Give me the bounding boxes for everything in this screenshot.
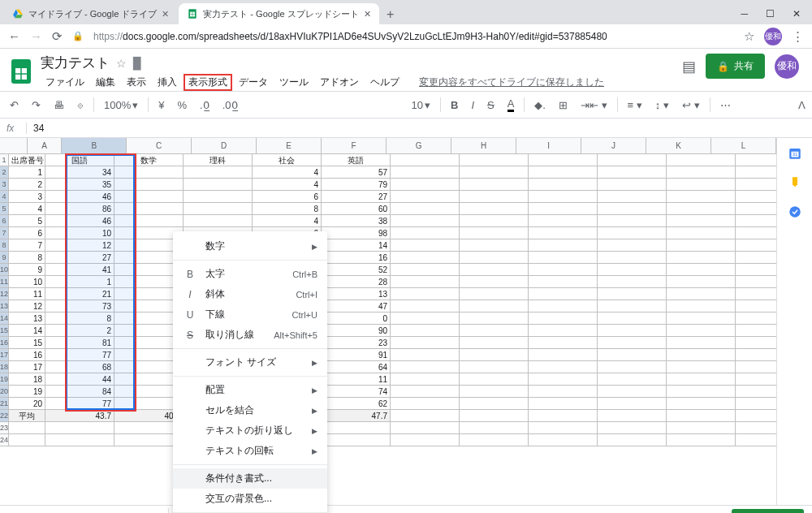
cell[interactable] [460, 373, 529, 386]
cell[interactable] [736, 252, 776, 264]
cell[interactable] [529, 386, 598, 398]
cell[interactable] [736, 154, 776, 166]
cell[interactable]: 41 [45, 264, 114, 276]
row-header[interactable]: 15 [0, 325, 9, 337]
cell[interactable] [529, 300, 598, 313]
cell[interactable] [391, 227, 460, 239]
cell[interactable]: 4 [253, 215, 322, 227]
cell[interactable] [667, 191, 736, 203]
cell[interactable] [598, 239, 667, 252]
cell[interactable]: 16 [9, 349, 45, 361]
menu-item[interactable]: 交互の背景色... [173, 489, 327, 509]
cell[interactable]: 13 [9, 313, 45, 325]
halign-icon[interactable]: ≡ ▾ [624, 97, 646, 113]
row-header[interactable]: 23 [0, 422, 9, 434]
cell[interactable]: 4 [253, 179, 322, 191]
cell[interactable]: 77 [45, 398, 114, 410]
cell[interactable] [736, 166, 776, 179]
cell[interactable]: 21 [45, 288, 114, 300]
cell[interactable]: 12 [45, 239, 114, 252]
cell[interactable] [460, 300, 529, 313]
menu-item[interactable]: フォント サイズ▶ [173, 352, 327, 373]
cell[interactable] [322, 434, 391, 446]
cell[interactable]: 68 [45, 361, 114, 373]
cell[interactable] [184, 215, 253, 227]
folder-icon[interactable]: ▉ [133, 57, 142, 70]
cell[interactable] [529, 373, 598, 386]
cell[interactable]: 国語 [45, 154, 114, 166]
back-icon[interactable]: ← [8, 29, 20, 43]
row-header[interactable]: 24 [0, 434, 9, 446]
cell[interactable]: 38 [322, 215, 391, 227]
cell[interactable] [391, 337, 460, 349]
cell[interactable]: 81 [45, 337, 114, 349]
wrap-icon[interactable]: ↩ ▾ [679, 97, 703, 113]
row-header[interactable]: 20 [0, 386, 9, 398]
col-header[interactable]: I [516, 138, 581, 154]
menu-icon[interactable]: ⋮ [792, 29, 804, 44]
cell[interactable] [391, 422, 460, 434]
menu-item[interactable]: S取り消し線Alt+Shift+5 [173, 325, 327, 345]
zoom-select[interactable]: 100% ▾ [101, 97, 141, 113]
row-header[interactable]: 4 [0, 191, 9, 203]
cell[interactable]: 1 [9, 166, 45, 179]
cell[interactable] [391, 191, 460, 203]
cell[interactable]: 60 [322, 203, 391, 215]
cell[interactable] [736, 239, 776, 252]
cell[interactable] [598, 361, 667, 373]
cell[interactable]: 64 [322, 361, 391, 373]
row-header[interactable]: 22 [0, 410, 9, 422]
cell[interactable] [598, 191, 667, 203]
user-avatar[interactable]: 優和 [775, 54, 799, 79]
cell[interactable]: 77 [45, 349, 114, 361]
cell[interactable] [598, 325, 667, 337]
cell[interactable] [667, 239, 736, 252]
cell[interactable] [114, 215, 184, 227]
cell[interactable] [460, 276, 529, 288]
cell[interactable] [736, 227, 776, 239]
menu-addons[interactable]: アドオン [315, 74, 364, 91]
cell[interactable]: 8 [45, 313, 114, 325]
cell[interactable] [460, 288, 529, 300]
cell[interactable] [184, 179, 253, 191]
cell[interactable]: 23 [322, 337, 391, 349]
print-icon[interactable]: 🖶 [50, 97, 67, 113]
cell[interactable] [598, 434, 667, 446]
sheet-tab[interactable]: 条件付き書式 - シート1 ▾ [39, 507, 169, 513]
cell[interactable]: 8 [253, 203, 322, 215]
percent-icon[interactable]: % [174, 97, 190, 113]
cell[interactable]: 英語 [322, 154, 391, 166]
cell[interactable] [667, 410, 736, 422]
menu-item[interactable]: B太字Ctrl+B [173, 264, 327, 284]
cell[interactable] [391, 239, 460, 252]
cell[interactable] [391, 215, 460, 227]
cell[interactable] [667, 264, 736, 276]
cell[interactable] [391, 349, 460, 361]
cell[interactable]: 43.7 [45, 410, 114, 422]
cell[interactable] [460, 179, 529, 191]
cell[interactable] [598, 349, 667, 361]
cell[interactable]: 98 [322, 227, 391, 239]
menu-item[interactable]: 配置▶ [173, 380, 327, 400]
row-header[interactable]: 2 [0, 166, 9, 179]
cell[interactable] [598, 313, 667, 325]
row-header[interactable]: 6 [0, 215, 9, 227]
cell[interactable] [736, 410, 776, 422]
menu-insert[interactable]: 挿入 [153, 74, 182, 91]
keep-icon[interactable] [788, 175, 802, 190]
cell[interactable] [460, 215, 529, 227]
cell[interactable] [736, 398, 776, 410]
cell[interactable] [667, 154, 736, 166]
cell[interactable] [667, 215, 736, 227]
cell[interactable] [667, 300, 736, 313]
cell[interactable] [391, 300, 460, 313]
cell[interactable] [598, 422, 667, 434]
cell[interactable] [391, 410, 460, 422]
menu-tools[interactable]: ツール [274, 74, 313, 91]
star-icon[interactable]: ☆ [744, 29, 754, 44]
cell[interactable] [391, 288, 460, 300]
cell[interactable] [114, 203, 184, 215]
cell[interactable] [184, 191, 253, 203]
cell[interactable] [529, 227, 598, 239]
cell[interactable] [529, 239, 598, 252]
